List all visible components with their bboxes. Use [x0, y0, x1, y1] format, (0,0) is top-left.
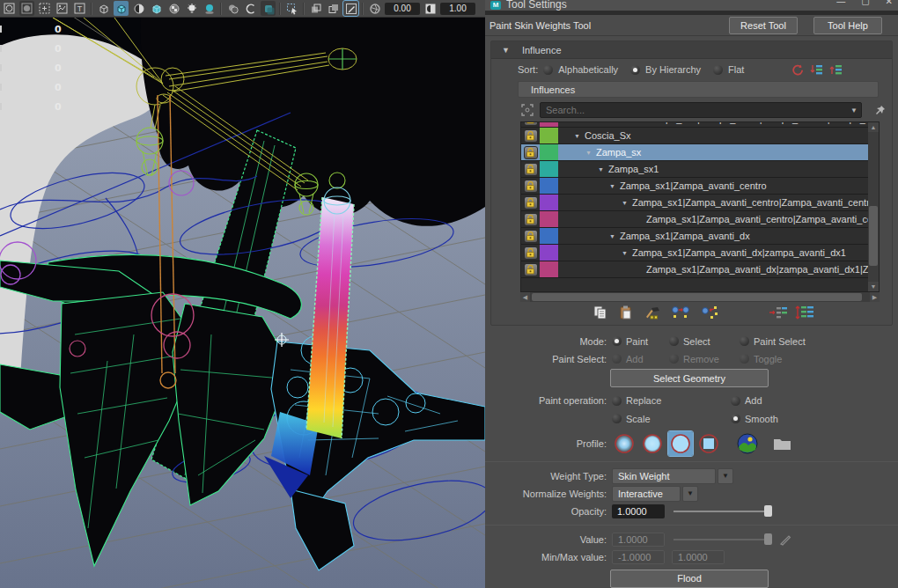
viewport-3d[interactable]: 00 00 0	[0, 18, 485, 588]
window-titlebar[interactable]: M Tool Settings — ▢ ✕	[485, 0, 898, 11]
horizontal-scrollbar[interactable]: ◀ ▶	[520, 292, 880, 302]
radio-by-hierarchy[interactable]	[630, 65, 640, 75]
influences-subheader[interactable]: Influences	[518, 81, 879, 98]
close-icon[interactable]: ✕	[886, 0, 893, 6]
scrollbar-thumb[interactable]	[532, 293, 862, 301]
influence-color-swatch[interactable]	[540, 144, 558, 160]
expand-triangle-icon[interactable]: ▼	[622, 200, 628, 206]
brush-square-icon[interactable]	[696, 431, 721, 456]
radio-toggle-select[interactable]	[740, 354, 749, 364]
value-field[interactable]: 1.0000	[612, 533, 665, 547]
scrollbar-thumb[interactable]	[869, 206, 878, 266]
radio-alphabetically[interactable]	[543, 65, 553, 75]
influence-row[interactable]: ▼Zampa_sx1|Zampa_avanti_dx|zampa_avanti_…	[521, 245, 868, 261]
sort-option-label[interactable]: Alphabetically	[558, 64, 618, 75]
sort-list-down-icon[interactable]	[810, 63, 823, 76]
influence-color-swatch[interactable]	[540, 245, 558, 261]
lock-icon[interactable]	[524, 180, 538, 193]
influence-color-swatch[interactable]	[540, 121, 558, 127]
influence-color-swatch[interactable]	[540, 128, 558, 143]
min-value-field[interactable]: -1.0000	[612, 550, 665, 564]
expand-triangle-icon[interactable]: ▼	[609, 183, 615, 189]
radio-select[interactable]	[669, 336, 679, 346]
influence-color-swatch[interactable]	[540, 178, 558, 194]
influence-color-swatch[interactable]	[540, 195, 558, 210]
slider-handle[interactable]	[764, 505, 772, 517]
influence-color-swatch[interactable]	[540, 211, 558, 227]
exposure-icon[interactable]	[367, 1, 382, 16]
influence-row[interactable]: ▼Zampa_sx1|Zampa_avanti_centro|Zampa_ava…	[521, 195, 868, 211]
minimize-icon[interactable]: —	[836, 0, 845, 6]
value-slider[interactable]	[674, 539, 772, 540]
expand-triangle-icon[interactable]: ▼	[598, 166, 604, 173]
influence-row[interactable]: ▼Zampa_sx1|Zampa_avanti_dx	[521, 228, 868, 245]
chevron-down-icon[interactable]: ▼	[847, 107, 861, 114]
influence-row[interactable]: ▼Coscia_Sx	[521, 128, 868, 144]
scroll-up-icon[interactable]: ▲	[868, 122, 879, 132]
lock-icon[interactable]	[524, 263, 538, 276]
radio-flat[interactable]	[713, 65, 723, 75]
scroll-down-icon[interactable]: ▼	[868, 282, 879, 291]
lock-icon[interactable]	[524, 246, 538, 260]
safe-title-icon[interactable]: T	[72, 1, 87, 16]
lock-icon[interactable]	[524, 213, 538, 226]
maximize-icon[interactable]: ▢	[861, 0, 869, 6]
influence-color-swatch[interactable]	[540, 261, 558, 277]
influence-row[interactable]: ▼Zampa_sx1	[521, 161, 868, 178]
use-default-material-icon[interactable]	[131, 1, 146, 16]
brush-solid-icon[interactable]	[668, 431, 693, 456]
shadows-icon[interactable]	[202, 1, 217, 16]
vertical-scrollbar[interactable]: ▲ ▼	[868, 122, 879, 291]
paste-weights-icon[interactable]	[618, 305, 634, 320]
browse-brush-folder-icon[interactable]	[770, 431, 795, 456]
expand-triangle-icon[interactable]: ▼	[622, 250, 628, 256]
hammer-weights-icon[interactable]	[644, 305, 661, 320]
select-geometry-button[interactable]: Select Geometry	[610, 369, 769, 387]
radio-paint[interactable]	[612, 336, 622, 346]
grease-pencil-icon[interactable]	[343, 1, 358, 16]
influence-row[interactable]: ▼Zampa_sx	[521, 144, 868, 161]
gamma-field[interactable]: 1.00	[440, 3, 475, 15]
radio-scale[interactable]	[612, 414, 622, 423]
tool-help-button[interactable]: Tool Help	[813, 17, 882, 34]
pane-back-icon[interactable]	[326, 1, 341, 16]
max-value-field[interactable]: 1.0000	[672, 550, 725, 564]
wireframe-icon[interactable]	[96, 1, 111, 16]
weight-type-dropdown[interactable]: Skin Weight ▼	[612, 468, 733, 484]
radio-smooth[interactable]	[731, 414, 740, 423]
influence-color-swatch[interactable]	[540, 228, 558, 244]
influence-color-swatch[interactable]	[540, 161, 558, 177]
resolution-gate-icon[interactable]	[19, 1, 34, 16]
isolate-select-icon[interactable]	[284, 1, 299, 16]
influence-row[interactable]: Zampa_sx1|Zampa_avanti_centro|Zampa_avan…	[521, 211, 868, 228]
scroll-left-icon[interactable]: ◀	[520, 292, 530, 302]
lock-icon[interactable]	[524, 196, 538, 209]
flood-button[interactable]: Flood	[610, 570, 769, 588]
lock-icon[interactable]	[524, 230, 538, 243]
pane-front-icon[interactable]	[308, 1, 323, 16]
lock-icon[interactable]	[524, 121, 538, 126]
normalize-weights-dropdown[interactable]: Interactive ▼	[612, 486, 698, 502]
radio-add-select[interactable]	[612, 354, 622, 364]
pin-icon[interactable]	[874, 104, 888, 116]
field-chart-icon[interactable]	[55, 1, 70, 16]
motion-blur-icon[interactable]	[243, 1, 258, 16]
exposure-field[interactable]: 0.00	[385, 3, 420, 15]
slider-handle[interactable]	[764, 533, 772, 545]
opacity-field[interactable]: 1.0000	[612, 504, 665, 518]
occlusion-icon[interactable]	[225, 1, 240, 16]
expand-triangle-icon[interactable]: ▼	[574, 133, 580, 139]
film-gate-icon[interactable]	[2, 1, 17, 16]
influence-frame-header[interactable]: ▼ Influence	[491, 41, 892, 59]
opacity-slider[interactable]	[674, 511, 772, 512]
expand-triangle-icon[interactable]: ▼	[609, 233, 615, 239]
copy-weights-icon[interactable]	[593, 305, 608, 320]
prune-weights-icon[interactable]	[700, 305, 719, 320]
radio-remove-select[interactable]	[669, 354, 679, 364]
influence-row[interactable]: Zampa_dx1|Zampa_dietro|Zampa_dietro1|Zam…	[521, 121, 868, 128]
radio-paint-select[interactable]	[740, 336, 749, 346]
scroll-right-icon[interactable]: ▶	[870, 292, 880, 302]
collapse-list-icon[interactable]	[769, 305, 788, 320]
move-weights-icon[interactable]	[671, 305, 690, 320]
expand-list-icon[interactable]	[795, 305, 814, 320]
